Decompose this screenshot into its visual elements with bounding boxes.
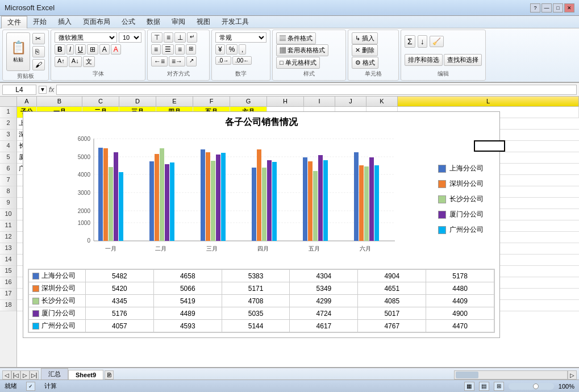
row-num-10[interactable]: 10: [0, 209, 16, 220]
cell-shenzhen-may[interactable]: 4651: [358, 282, 426, 295]
cell-shanghai-jan[interactable]: 5482: [86, 270, 154, 282]
align-bottom-button[interactable]: ⊥: [174, 32, 186, 43]
col-header-f[interactable]: F: [193, 97, 230, 106]
increase-decimal-button[interactable]: .0→: [215, 56, 231, 65]
row-num-13[interactable]: 13: [0, 243, 16, 255]
cell-shenzhen-feb[interactable]: 5066: [153, 282, 222, 295]
font-color-button[interactable]: A: [111, 44, 121, 55]
row-num-16[interactable]: 16: [0, 277, 16, 289]
cut-button[interactable]: ✂: [32, 33, 45, 44]
cell-changsha-mar[interactable]: 4708: [222, 295, 290, 307]
cell-shenzhen-jun[interactable]: 4480: [426, 282, 494, 295]
wrap-text-button[interactable]: ↵: [187, 32, 197, 43]
align-top-button[interactable]: ⊤: [151, 32, 163, 43]
sum-button[interactable]: Σ: [405, 35, 415, 48]
row-num-2[interactable]: 2: [0, 118, 16, 130]
col-header-e[interactable]: E: [156, 97, 193, 106]
insert-cell-button[interactable]: ↳ 插入: [352, 32, 378, 44]
horizontal-scrollbar[interactable]: [454, 370, 568, 380]
font-size-select[interactable]: 10: [119, 32, 141, 43]
menu-item-home[interactable]: 开始: [27, 16, 52, 28]
menu-item-formula[interactable]: 公式: [116, 16, 141, 28]
status-indicator[interactable]: ✓: [26, 382, 35, 391]
cell-changsha-may[interactable]: 4085: [358, 295, 426, 307]
fill-color-button[interactable]: A: [99, 44, 110, 55]
page-layout-btn[interactable]: ▤: [479, 382, 489, 391]
row-num-5[interactable]: 5: [0, 152, 16, 164]
sheet-tab-sheet9[interactable]: Sheet9: [68, 370, 103, 380]
conditional-format-button[interactable]: ▤ 条件格式: [276, 32, 316, 44]
decrease-font-button[interactable]: A↓: [69, 56, 82, 67]
cell-reference-input[interactable]: [2, 85, 36, 95]
menu-item-view[interactable]: 视图: [191, 16, 216, 28]
cell-guangzhou-may[interactable]: 4767: [358, 320, 426, 332]
cell-style-button[interactable]: □ 单元格样式: [276, 57, 320, 69]
increase-font-button[interactable]: A↑: [55, 56, 68, 67]
col-header-d[interactable]: D: [119, 97, 156, 106]
italic-button[interactable]: I: [66, 44, 74, 55]
help-btn[interactable]: ?: [530, 3, 540, 12]
col-header-h[interactable]: H: [267, 97, 304, 106]
maximize-btn[interactable]: □: [553, 3, 563, 12]
sheet-nav-prev[interactable]: ◁: [2, 370, 11, 380]
row-num-6[interactable]: 6: [0, 164, 16, 175]
cell-shenzhen-mar[interactable]: 5171: [222, 282, 290, 295]
align-center-button[interactable]: ☰: [162, 44, 174, 55]
special-font-button[interactable]: 文: [83, 56, 95, 67]
cell-shanghai-apr[interactable]: 4304: [290, 270, 358, 282]
row-num-17[interactable]: 17: [0, 289, 16, 300]
scroll-right-btn[interactable]: ▷: [568, 370, 577, 380]
cell-changsha-apr[interactable]: 4299: [290, 295, 358, 307]
row-num-1[interactable]: 1: [0, 107, 16, 118]
menu-item-review[interactable]: 审阅: [166, 16, 191, 28]
align-left-button[interactable]: ≡: [151, 44, 161, 55]
comma-button[interactable]: ‚: [239, 44, 246, 55]
sheet-nav-first[interactable]: |◁: [11, 370, 20, 380]
col-header-b[interactable]: B: [37, 97, 82, 106]
row-num-12[interactable]: 12: [0, 232, 16, 243]
sheet-tab-add-icon[interactable]: 🖹: [105, 370, 114, 380]
cell-shenzhen-jan[interactable]: 5420: [86, 282, 154, 295]
paste-button[interactable]: 📋粘贴: [6, 32, 30, 71]
copy-button[interactable]: ⎘: [32, 46, 45, 57]
selected-cell-l4[interactable]: [474, 140, 505, 152]
find-select-button[interactable]: 查找和选择: [444, 54, 482, 66]
cell-changsha-jun[interactable]: 4409: [426, 295, 494, 307]
close-btn[interactable]: ✕: [564, 3, 574, 12]
sheet-nav-last[interactable]: ▷|: [30, 370, 39, 380]
col-header-a[interactable]: A: [17, 97, 37, 106]
cell-shanghai-may[interactable]: 4904: [358, 270, 426, 282]
delete-cell-button[interactable]: ✕ 删除: [352, 44, 378, 56]
row-num-11[interactable]: 11: [0, 220, 16, 232]
underline-button[interactable]: U: [75, 44, 86, 55]
cell-shanghai-feb[interactable]: 4658: [153, 270, 222, 282]
page-break-btn[interactable]: ⊞: [494, 382, 504, 391]
menu-item-file[interactable]: 文件: [1, 16, 27, 28]
table-format-button[interactable]: ▦ 套用表格格式: [276, 44, 328, 56]
font-family-select[interactable]: 微软雅黑: [55, 32, 117, 43]
cell-guangzhou-jun[interactable]: 4470: [426, 320, 494, 332]
formula-input[interactable]: [56, 85, 577, 95]
row-num-18[interactable]: 18: [0, 300, 16, 311]
cell-xiamen-may[interactable]: 5017: [358, 307, 426, 320]
number-format-select[interactable]: 常规: [215, 32, 266, 43]
menu-item-pagelayout[interactable]: 页面布局: [77, 16, 116, 28]
align-right-button[interactable]: ≡: [175, 44, 185, 55]
col-header-c[interactable]: C: [82, 97, 119, 106]
expand-formula-icon[interactable]: ▼: [39, 86, 47, 94]
col-header-l[interactable]: L: [398, 97, 579, 106]
percent-button[interactable]: %: [226, 44, 238, 55]
zoom-slider[interactable]: [509, 383, 554, 390]
border-button[interactable]: ⊞: [87, 44, 98, 55]
cell-xiamen-mar[interactable]: 5035: [222, 307, 290, 320]
fill-button[interactable]: ↓: [418, 35, 427, 48]
col-header-k[interactable]: K: [366, 97, 398, 106]
col-header-g[interactable]: G: [230, 97, 267, 106]
row-num-3[interactable]: 3: [0, 130, 16, 141]
cell-xiamen-jan[interactable]: 5176: [86, 307, 154, 320]
row-num-7[interactable]: 7: [0, 175, 16, 186]
col-header-j[interactable]: J: [335, 97, 366, 106]
menu-item-insert[interactable]: 插入: [52, 16, 77, 28]
row-num-15[interactable]: 15: [0, 266, 16, 277]
currency-button[interactable]: ¥: [215, 44, 225, 55]
